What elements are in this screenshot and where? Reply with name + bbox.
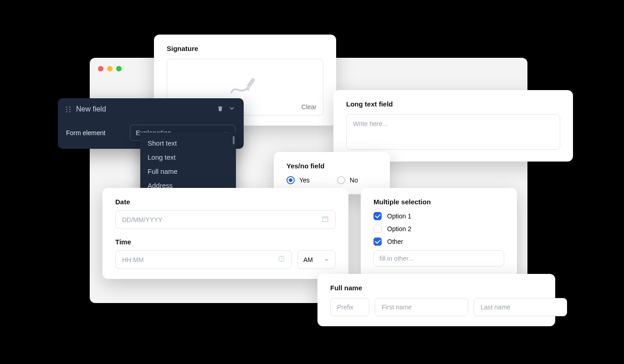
- multi-option-2[interactable]: Option 2: [373, 225, 504, 233]
- chevron-down-icon[interactable]: [228, 105, 235, 114]
- radio-icon: [337, 176, 345, 184]
- dropdown-option[interactable]: Long text: [140, 150, 236, 164]
- trash-icon[interactable]: [217, 105, 224, 114]
- radio-icon: [286, 176, 295, 184]
- signature-clear-button[interactable]: Clear: [302, 103, 317, 111]
- full-name-card: Full name: [317, 274, 555, 326]
- svg-rect-0: [246, 77, 255, 88]
- dropdown-option[interactable]: Full name: [140, 164, 236, 178]
- form-element-label: Form element: [66, 129, 121, 136]
- first-name-input[interactable]: [375, 298, 468, 316]
- full-name-title: Full name: [330, 284, 542, 292]
- multi-title: Multiple selection: [373, 198, 504, 206]
- long-text-card: Long text field: [333, 90, 573, 162]
- time-input[interactable]: HH:MM: [115, 250, 292, 269]
- checkbox-icon: [373, 238, 382, 246]
- time-title: Time: [115, 238, 336, 246]
- ampm-value: AM: [303, 256, 313, 263]
- minimize-dot[interactable]: [107, 66, 113, 71]
- time-placeholder: HH:MM: [122, 256, 143, 263]
- signature-title: Signature: [167, 45, 323, 52]
- date-placeholder: DD/MM/YYYY: [122, 216, 163, 223]
- multi-select-card: Multiple selection Option 1 Option 2 Oth…: [361, 188, 517, 277]
- multi-option-1[interactable]: Option 1: [373, 212, 504, 220]
- multi-opt2-label: Option 2: [387, 225, 411, 233]
- checkbox-icon: [373, 225, 382, 233]
- multi-opt1-label: Option 1: [387, 212, 411, 220]
- calendar-icon: [322, 215, 329, 224]
- drag-handle-icon[interactable]: [66, 106, 72, 112]
- last-name-input[interactable]: [474, 298, 567, 316]
- ampm-select[interactable]: AM: [297, 250, 336, 269]
- date-input[interactable]: DD/MM/YYYY: [115, 210, 336, 229]
- multi-option-other[interactable]: Other: [373, 238, 504, 246]
- multi-other-input[interactable]: fill in other...: [373, 250, 504, 267]
- clock-icon: [278, 255, 285, 264]
- new-field-title: New field: [76, 105, 212, 113]
- no-radio[interactable]: No: [337, 176, 358, 184]
- checkbox-icon: [373, 212, 382, 220]
- date-title: Date: [115, 198, 336, 206]
- yes-no-title: Yes/no field: [286, 162, 377, 170]
- date-time-card: Date DD/MM/YYYY Time HH:MM AM: [102, 188, 348, 279]
- yes-label: Yes: [299, 177, 310, 184]
- close-dot[interactable]: [98, 66, 103, 71]
- multi-other-label: Other: [387, 238, 403, 245]
- no-label: No: [350, 177, 358, 184]
- long-text-input[interactable]: [346, 114, 560, 150]
- dropdown-option[interactable]: Short text: [140, 136, 236, 150]
- signature-icon: [229, 75, 261, 100]
- svg-rect-2: [322, 217, 328, 222]
- yes-radio[interactable]: Yes: [286, 176, 310, 184]
- long-text-title: Long text field: [346, 100, 560, 108]
- maximize-dot[interactable]: [116, 66, 122, 71]
- prefix-input[interactable]: [330, 298, 369, 316]
